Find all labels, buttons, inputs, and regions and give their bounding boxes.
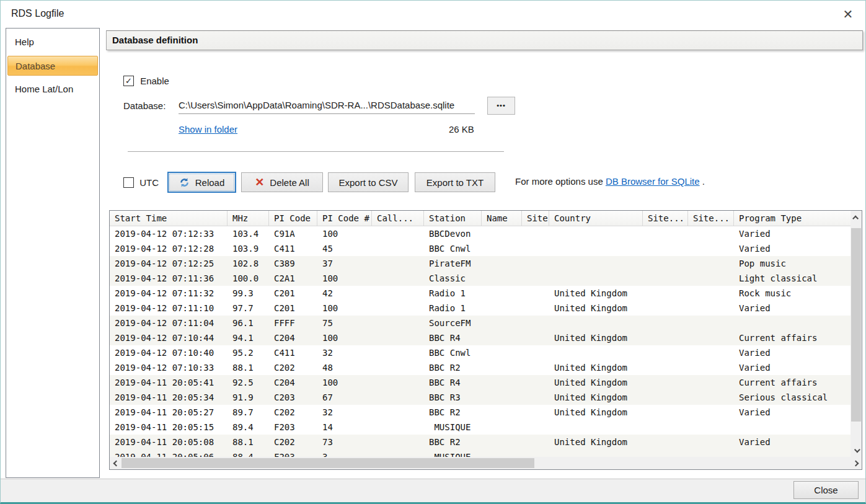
table-cell bbox=[643, 226, 688, 241]
utc-label[interactable]: UTC bbox=[139, 177, 159, 188]
scroll-down-button[interactable] bbox=[851, 442, 862, 457]
column-header[interactable]: Call... bbox=[372, 211, 424, 226]
table-row[interactable]: 2019-04-11 20:05:4192.5C204100BBC R4Unit… bbox=[110, 375, 852, 390]
column-header[interactable]: Name bbox=[482, 211, 522, 226]
table-cell bbox=[643, 256, 688, 271]
table-body: 2019-04-12 07:12:33103.4C91A100BBCDevonV… bbox=[110, 226, 852, 457]
table-cell: Varied bbox=[734, 405, 852, 420]
table-cell bbox=[643, 420, 688, 435]
scroll-right-button[interactable] bbox=[849, 457, 862, 469]
rds-logfile-window: RDS Logfile ✕ Help Database Home Lat/Lon… bbox=[0, 0, 866, 504]
table-row[interactable]: 2019-04-12 07:12:28103.9C41145BBC CnwlVa… bbox=[110, 241, 852, 256]
utc-checkbox[interactable] bbox=[123, 177, 134, 188]
table-cell bbox=[482, 375, 522, 390]
table-cell bbox=[734, 316, 852, 330]
export-csv-button[interactable]: Export to CSV bbox=[328, 172, 409, 192]
column-header[interactable]: Site bbox=[522, 211, 549, 226]
enable-label[interactable]: Enable bbox=[140, 76, 169, 86]
column-header[interactable]: Program Type bbox=[734, 211, 852, 226]
table-cell: United Kingdom bbox=[549, 405, 643, 420]
table-cell bbox=[372, 226, 424, 241]
column-header[interactable]: Site... bbox=[643, 211, 688, 226]
table-cell: 2019-04-12 07:11:10 bbox=[110, 301, 228, 316]
table-cell: BBC R4 bbox=[424, 375, 482, 390]
sidebar-item-home-latlon[interactable]: Home Lat/Lon bbox=[7, 79, 98, 99]
table-cell: 2019-04-11 20:05:06 bbox=[110, 449, 228, 457]
table-row[interactable]: 2019-04-12 07:11:36100.0C2A1100ClassicLi… bbox=[110, 271, 852, 286]
table-cell bbox=[522, 449, 549, 457]
export-txt-button[interactable]: Export to TXT bbox=[415, 172, 495, 192]
scroll-left-button[interactable] bbox=[110, 457, 122, 469]
table-cell bbox=[482, 330, 522, 345]
column-header[interactable]: PI Code # bbox=[317, 211, 372, 226]
table-cell: Varied bbox=[734, 241, 852, 256]
table-cell bbox=[482, 435, 522, 449]
table-cell bbox=[688, 241, 734, 256]
table-cell bbox=[549, 420, 643, 435]
table-cell bbox=[522, 375, 549, 390]
column-header[interactable]: Station bbox=[424, 211, 482, 226]
horizontal-scrollbar-thumb[interactable] bbox=[122, 458, 534, 468]
table-row[interactable]: 2019-04-11 20:05:3491.9C20367BBC R3Unite… bbox=[110, 390, 852, 405]
table-row[interactable]: 2019-04-11 20:05:1589.4F20314 MUSIQUE bbox=[110, 420, 852, 435]
sidebar: Help Database Home Lat/Lon bbox=[6, 28, 100, 478]
chevron-up-icon bbox=[852, 215, 859, 221]
vertical-scrollbar-thumb[interactable] bbox=[851, 228, 861, 422]
scroll-up-button[interactable] bbox=[851, 211, 862, 226]
column-header[interactable]: MHz bbox=[228, 211, 269, 226]
delete-icon: ✕ bbox=[255, 177, 264, 188]
vertical-scrollbar[interactable] bbox=[851, 211, 862, 457]
table-cell bbox=[734, 420, 852, 435]
sidebar-item-database[interactable]: Database bbox=[7, 56, 98, 76]
table-cell: Radio 1 bbox=[424, 286, 482, 301]
table-cell: 2019-04-11 20:05:15 bbox=[110, 420, 228, 435]
table-cell: C204 bbox=[269, 330, 317, 345]
column-header[interactable]: Start Time bbox=[110, 211, 228, 226]
export-csv-label: Export to CSV bbox=[338, 177, 397, 188]
table-row[interactable]: 2019-04-12 07:10:3388.1C20248BBC R2Unite… bbox=[110, 360, 852, 375]
footer-bar: Close bbox=[1, 479, 865, 502]
table-row[interactable]: 2019-04-12 07:12:25102.8C38937PirateFMPo… bbox=[110, 256, 852, 271]
table-cell bbox=[688, 330, 734, 345]
browse-button[interactable]: ••• bbox=[487, 97, 515, 115]
chevron-left-icon bbox=[113, 460, 119, 466]
table-row[interactable]: 2019-04-11 20:05:0888.1C20273BBC R2Unite… bbox=[110, 435, 852, 449]
table-cell bbox=[688, 449, 734, 457]
table-cell: 2019-04-12 07:10:40 bbox=[110, 345, 228, 360]
table-row[interactable]: 2019-04-12 07:12:33103.4C91A100BBCDevonV… bbox=[110, 226, 852, 241]
table-cell bbox=[688, 271, 734, 286]
close-button[interactable]: Close bbox=[793, 481, 859, 499]
show-in-folder-link[interactable]: Show in folder bbox=[179, 124, 237, 135]
sidebar-item-help[interactable]: Help bbox=[7, 32, 98, 52]
table-row[interactable]: 2019-04-12 07:11:1097.7C201100Radio 1Uni… bbox=[110, 301, 852, 316]
db-browser-link[interactable]: DB Browser for SQLite bbox=[606, 176, 700, 187]
table-cell: 2019-04-11 20:05:34 bbox=[110, 390, 228, 405]
horizontal-scrollbar[interactable] bbox=[110, 457, 862, 469]
enable-checkbox[interactable]: ✓ bbox=[123, 76, 134, 86]
table-cell bbox=[522, 226, 549, 241]
reload-button[interactable]: Reload bbox=[167, 172, 236, 193]
column-header[interactable]: Country bbox=[549, 211, 643, 226]
delete-all-button[interactable]: ✕ Delete All bbox=[241, 172, 323, 192]
table-row[interactable]: 2019-04-11 20:05:2789.7C20232BBC R2Unite… bbox=[110, 405, 852, 420]
table-row[interactable]: 2019-04-11 20:05:0688.4F2033 MUSIQUE bbox=[110, 449, 852, 457]
table-cell bbox=[643, 271, 688, 286]
database-path-field[interactable]: C:\Users\Simon\AppData\Roaming\SDR-RA...… bbox=[179, 97, 475, 114]
table-cell bbox=[372, 405, 424, 420]
table-row[interactable]: 2019-04-12 07:11:3299.3C20142Radio 1Unit… bbox=[110, 286, 852, 301]
table-cell bbox=[643, 375, 688, 390]
table-cell: 95.2 bbox=[228, 345, 269, 360]
table-cell: PirateFM bbox=[424, 256, 482, 271]
table-cell bbox=[522, 256, 549, 271]
table-cell bbox=[372, 420, 424, 435]
column-header[interactable]: PI Code bbox=[269, 211, 317, 226]
close-icon[interactable]: ✕ bbox=[838, 5, 858, 24]
table-cell bbox=[482, 256, 522, 271]
table-cell bbox=[688, 345, 734, 360]
table-row[interactable]: 2019-04-12 07:11:0496.1FFFF75SourceFM bbox=[110, 316, 852, 330]
table-cell bbox=[372, 390, 424, 405]
table-row[interactable]: 2019-04-12 07:10:4095.2C41132BBC CnwlVar… bbox=[110, 345, 852, 360]
column-header[interactable]: Site... bbox=[688, 211, 734, 226]
table-cell: BBC R2 bbox=[424, 405, 482, 420]
table-row[interactable]: 2019-04-12 07:10:4494.1C204100BBC R4Unit… bbox=[110, 330, 852, 345]
